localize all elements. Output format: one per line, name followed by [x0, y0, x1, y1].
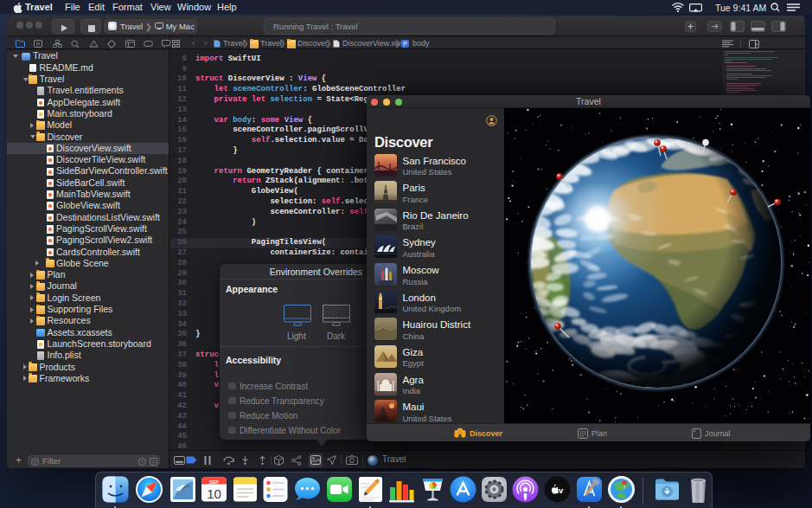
svg-text:10: 10	[207, 486, 221, 501]
svg-text:SEP: SEP	[208, 479, 218, 485]
svg-text:tv: tv	[555, 485, 563, 495]
